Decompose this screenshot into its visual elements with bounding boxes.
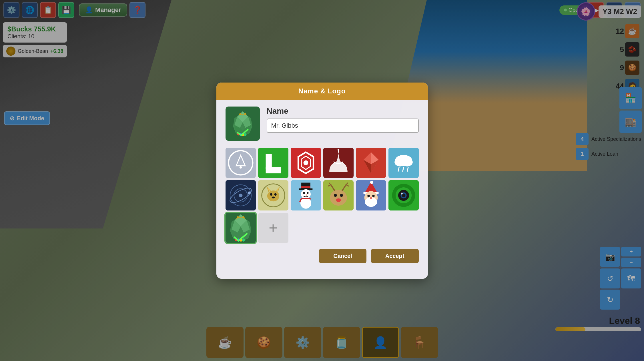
logo-option-hex-red[interactable] [291, 148, 321, 178]
svg-point-57 [301, 189, 311, 199]
logo-option-santa[interactable] [356, 180, 386, 210]
accept-button[interactable]: Accept [371, 249, 419, 263]
svg-point-41 [239, 193, 242, 197]
svg-rect-16 [266, 154, 272, 169]
svg-point-70 [334, 194, 337, 197]
name-input-area: Name [267, 107, 419, 133]
svg-point-71 [340, 194, 343, 197]
svg-point-33 [402, 158, 412, 167]
svg-point-42 [248, 191, 251, 194]
svg-point-50 [270, 193, 272, 195]
logo-option-diamond[interactable] [356, 148, 386, 178]
svg-point-58 [303, 192, 305, 194]
name-label: Name [267, 107, 419, 116]
logo-option-cloud-rain[interactable] [388, 148, 419, 178]
svg-point-69 [330, 190, 347, 205]
svg-point-52 [272, 196, 275, 198]
name-logo-modal: Name & Logo [216, 83, 428, 279]
svg-point-72 [336, 198, 341, 202]
modal-header: Name & Logo [216, 83, 428, 100]
svg-point-45 [267, 190, 279, 201]
modal-overlay: Name & Logo [0, 0, 644, 361]
logo-option-circle-gray[interactable] [226, 148, 256, 178]
modal-body: Name [216, 100, 428, 270]
svg-point-98 [242, 238, 245, 242]
current-logo-svg [229, 110, 256, 137]
svg-point-80 [372, 194, 374, 197]
add-logo-icon: + [269, 220, 277, 235]
name-section: Name [226, 107, 419, 141]
modal-title: Name & Logo [298, 87, 346, 95]
svg-point-88 [401, 192, 402, 194]
logo-option-fox-circle[interactable] [258, 180, 288, 210]
logo-option-green-eye[interactable] [388, 180, 419, 210]
svg-point-10 [244, 133, 246, 136]
svg-rect-56 [301, 186, 310, 188]
logo-option-selected-current[interactable] [226, 213, 256, 243]
logo-option-green-l[interactable] [258, 148, 288, 178]
logo-option-orbit[interactable] [226, 180, 256, 210]
svg-point-18 [274, 156, 279, 161]
logo-option-reindeer[interactable] [323, 180, 354, 210]
modal-buttons: Cancel Accept [226, 249, 419, 263]
logo-grid: + [226, 148, 419, 243]
current-logo-display [226, 107, 260, 141]
svg-point-59 [307, 192, 308, 194]
svg-rect-17 [266, 167, 281, 173]
svg-point-79 [367, 194, 370, 197]
svg-rect-11 [226, 148, 256, 178]
logo-option-snowman[interactable] [291, 180, 321, 210]
name-input-field[interactable] [267, 119, 419, 133]
svg-point-14 [239, 166, 242, 168]
svg-point-76 [370, 181, 373, 184]
svg-point-51 [274, 193, 276, 195]
svg-point-22 [303, 160, 308, 165]
svg-point-61 [300, 198, 311, 208]
logo-option-unicorn[interactable] [323, 148, 354, 178]
logo-add-button[interactable]: + [258, 213, 288, 243]
cancel-button[interactable]: Cancel [319, 249, 366, 263]
